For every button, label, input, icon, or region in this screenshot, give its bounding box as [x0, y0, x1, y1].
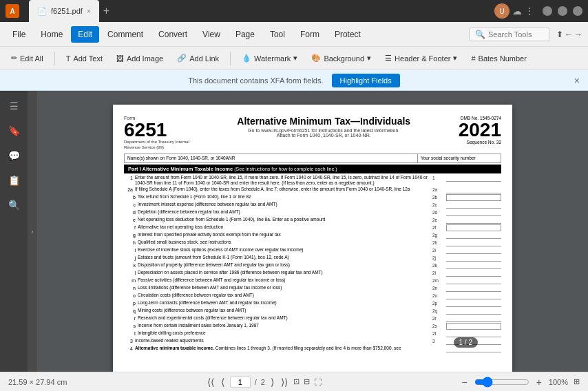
- page-total: 2: [261, 378, 265, 386]
- row-field-2a[interactable]: [446, 187, 501, 193]
- row-label-2c: Investment interest expense (difference …: [138, 202, 432, 207]
- zoom-out-button[interactable]: −: [460, 375, 468, 389]
- row-label-4: Alternative minimum taxable income. Comb…: [135, 346, 432, 351]
- pdf-tab[interactable]: 📄 f6251.pdf ×: [29, 0, 99, 22]
- row-num-1: 1: [124, 175, 135, 180]
- search-input[interactable]: [488, 30, 543, 39]
- new-tab-button[interactable]: +: [99, 5, 114, 17]
- header-footer-button[interactable]: ☰ Header & Footer ▾: [379, 51, 463, 65]
- nav-last-button[interactable]: ⟩⟩: [280, 375, 289, 389]
- form-title-block: Alternative Minimum Tax—Individuals Go t…: [189, 116, 459, 151]
- add-link-button[interactable]: 🔗 Add Link: [171, 51, 224, 65]
- row-field-2q[interactable]: [446, 308, 501, 315]
- row-field-2k[interactable]: [446, 262, 501, 269]
- back-icon[interactable]: ←: [565, 30, 573, 39]
- row-field-2t[interactable]: [446, 330, 501, 337]
- bates-number-button[interactable]: # Bates Number: [465, 52, 532, 65]
- background-button[interactable]: 🎨 Background ▾: [306, 51, 377, 65]
- menu-home[interactable]: Home: [34, 26, 70, 43]
- row-code-2i: 2i: [432, 247, 446, 253]
- row-field-2s[interactable]: [446, 323, 501, 330]
- row-field-2m[interactable]: [446, 277, 501, 284]
- sub-row-2i: i Exercise of incentive stock options (e…: [124, 247, 501, 254]
- tab-filename: f6251.pdf: [51, 7, 83, 15]
- row-label-2t: Intangible drilling costs preference: [138, 330, 432, 336]
- menu-view[interactable]: View: [196, 26, 227, 43]
- row-num-2l: l: [124, 270, 138, 275]
- app-icon: A: [6, 4, 19, 18]
- sidebar-bookmark-icon[interactable]: 🔖: [4, 121, 23, 140]
- row-field-2r[interactable]: [446, 315, 501, 322]
- row-field-2c[interactable]: [446, 202, 501, 209]
- row-label-2a: If filing Schedule A (Form 1040), enter …: [135, 187, 432, 192]
- panel-toggle[interactable]: ›: [28, 91, 37, 372]
- sidebar-comment-icon[interactable]: 💬: [4, 146, 23, 165]
- row-code-2r: 2r: [432, 315, 446, 321]
- xfa-close-button[interactable]: ×: [574, 75, 580, 86]
- page-input[interactable]: [230, 377, 251, 388]
- window-controls: [543, 6, 582, 16]
- row-num-2p: p: [124, 300, 138, 306]
- sub-row-2j: j Estates and trusts (amount from Schedu…: [124, 255, 501, 262]
- external-link-icon[interactable]: ⬆: [556, 30, 563, 39]
- row-field-2d[interactable]: [446, 209, 501, 216]
- maximize-button[interactable]: [558, 6, 567, 16]
- menu-convert[interactable]: Convert: [151, 26, 194, 43]
- sidebar-search-icon[interactable]: 🔍: [4, 196, 23, 215]
- form-number-block: Form 6251 Department of the Treasury Int…: [124, 116, 189, 151]
- chevron-right-icon: ›: [31, 228, 33, 235]
- edit-all-button[interactable]: ✏ Edit All: [6, 51, 49, 65]
- row-field-2l[interactable]: [446, 270, 501, 277]
- tab-close-icon[interactable]: ×: [87, 8, 91, 15]
- menu-comment[interactable]: Comment: [101, 26, 150, 43]
- grid-view-icon[interactable]: ⊞: [574, 377, 580, 386]
- sub-row-2p: p Long-term contracts (difference betwee…: [124, 300, 501, 307]
- add-image-button[interactable]: 🖼 Add Image: [111, 52, 169, 65]
- row-field-2g[interactable]: [446, 232, 501, 239]
- menu-page[interactable]: Page: [229, 26, 262, 43]
- menu-bar: File Home Edit Comment Convert View Page…: [0, 22, 588, 47]
- row-field-2o[interactable]: [446, 293, 501, 299]
- row-field-2i[interactable]: [446, 247, 501, 254]
- row-field-2e[interactable]: [446, 217, 501, 224]
- row-label-2i: Exercise of incentive stock options (exc…: [138, 247, 432, 253]
- minimize-button[interactable]: [543, 6, 552, 16]
- sidebar-pages-icon[interactable]: 📋: [4, 171, 23, 190]
- fit-width-icon[interactable]: ⊟: [304, 377, 310, 386]
- menu-edit[interactable]: Edit: [71, 26, 99, 43]
- nav-first-button[interactable]: ⟨⟨: [206, 375, 216, 389]
- menu-protect[interactable]: Protect: [328, 26, 368, 43]
- row-code-3: 3: [432, 338, 446, 344]
- search-icon: 🔍: [475, 30, 485, 39]
- row-field-2j[interactable]: [446, 255, 501, 262]
- row-field-2b[interactable]: [446, 194, 501, 201]
- menu-file[interactable]: File: [6, 26, 32, 43]
- search-tools[interactable]: 🔍: [469, 28, 549, 41]
- row-label-2n: Loss limitations (difference between AMT…: [138, 285, 432, 290]
- sidebar-panel-icon[interactable]: ☰: [4, 96, 23, 116]
- row-field-2h[interactable]: [446, 240, 501, 246]
- settings-icon[interactable]: ⋮: [525, 6, 534, 17]
- watermark-button[interactable]: 💧 Watermark ▾: [236, 51, 303, 65]
- sub-row-2l: l Depreciation on assets placed in servi…: [124, 270, 501, 277]
- bates-icon: #: [471, 54, 475, 63]
- zoom-slider[interactable]: [474, 377, 529, 388]
- menu-form[interactable]: Form: [293, 26, 326, 43]
- forward-icon[interactable]: →: [574, 30, 582, 39]
- status-right: − + 100% ⊞: [460, 375, 580, 389]
- highlight-fields-button[interactable]: Highlight Fields: [332, 74, 400, 87]
- row-field-2n[interactable]: [446, 285, 501, 292]
- zoom-in-button[interactable]: +: [535, 375, 543, 389]
- close-button[interactable]: [573, 6, 582, 16]
- row-field-1[interactable]: [446, 175, 501, 182]
- row-num-3: 3: [124, 338, 135, 344]
- nav-next-button[interactable]: ⟩: [269, 375, 275, 389]
- add-text-button[interactable]: T Add Text: [61, 52, 108, 65]
- row-field-2f[interactable]: [446, 224, 501, 231]
- user-avatar[interactable]: U: [494, 3, 510, 19]
- fullscreen-icon[interactable]: ⛶: [314, 378, 322, 386]
- row-field-2p[interactable]: [446, 300, 501, 307]
- fit-page-icon[interactable]: ⊡: [293, 377, 300, 386]
- menu-tool[interactable]: Tool: [263, 26, 292, 43]
- nav-prev-button[interactable]: ⟨: [220, 375, 226, 389]
